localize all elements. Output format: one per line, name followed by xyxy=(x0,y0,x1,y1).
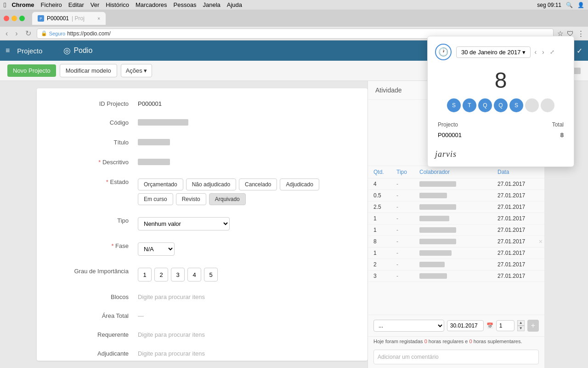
row-data: 27.01.2017 xyxy=(498,238,539,245)
label-fase: Fase xyxy=(55,240,129,249)
menu-marcadores[interactable]: Marcadores xyxy=(136,1,167,8)
label-titulo: Título xyxy=(55,136,129,146)
novo-projecto-button[interactable]: Novo Projecto xyxy=(7,64,56,77)
table-row: 3 - 27.01.2017 xyxy=(368,270,544,282)
label-tipo: Tipo xyxy=(55,214,129,224)
popup-number: 8 xyxy=(435,68,566,93)
blocos-placeholder[interactable]: Digite para procurar itens xyxy=(138,293,205,300)
reload-button[interactable]: ↻ xyxy=(23,28,33,39)
back-button[interactable]: ‹ xyxy=(4,29,10,39)
tipo-select[interactable]: Nenhum valor xyxy=(138,217,230,230)
adjudicante-placeholder[interactable]: Digite para procurar itens xyxy=(138,350,205,357)
menu-bar-items: Chrome Ficheiro Editar Ver Histórico Mar… xyxy=(11,1,242,8)
popup-footer: jarvis xyxy=(435,150,566,159)
minimize-button[interactable] xyxy=(11,16,17,21)
row-tipo: - xyxy=(396,181,419,187)
qty-down[interactable]: ▼ xyxy=(517,326,525,331)
comment-input[interactable]: Adicionar um comentário xyxy=(373,350,539,364)
table-row: 1 - 27.01.2017 xyxy=(368,213,544,224)
row-data: 27.01.2017 xyxy=(498,250,539,256)
supplementary-hours-count: 0 xyxy=(469,339,472,344)
grau-5[interactable]: 5 xyxy=(204,268,218,282)
grau-3[interactable]: 3 xyxy=(171,268,185,282)
day-btn-empty2[interactable] xyxy=(541,98,554,112)
day-btn-s1[interactable]: S xyxy=(447,98,461,112)
entry-date-input[interactable] xyxy=(447,320,484,331)
popup-projecto-cell: P000001 xyxy=(435,130,518,140)
estado-arquivado[interactable]: Arquivado xyxy=(209,193,246,205)
podio-name: Podio xyxy=(74,46,92,55)
label-area-total: Área Total xyxy=(55,310,129,319)
label-grau: Grau de Importância xyxy=(55,265,129,275)
row-tipo: - xyxy=(396,261,419,268)
row-colaborador xyxy=(419,227,456,233)
qty-up[interactable]: ▲ xyxy=(517,320,525,326)
entry-type-select[interactable]: ... xyxy=(373,320,444,332)
label-codigo: Código xyxy=(55,116,129,126)
popup-prev-button[interactable]: ‹ xyxy=(532,47,538,57)
tab-close-button[interactable]: × xyxy=(97,16,100,21)
popup-expand-button[interactable]: ⤢ xyxy=(548,48,556,56)
row-qty: 2.5 xyxy=(373,204,396,210)
day-btn-t[interactable]: T xyxy=(463,98,476,112)
estado-cancelado[interactable]: Cancelado xyxy=(239,178,277,190)
field-requerente: Requerente Digite para procurar itens xyxy=(55,328,349,338)
tab-title: P000001 xyxy=(47,15,69,22)
lock-icon: 🔒 xyxy=(41,30,47,36)
row-qty: 2 xyxy=(373,261,396,268)
extensions-icon[interactable]: ⋮ xyxy=(577,29,584,38)
menu-editar[interactable]: Editar xyxy=(68,1,84,8)
menu-janela[interactable]: Janela xyxy=(203,1,220,8)
fullscreen-button[interactable] xyxy=(19,16,25,21)
acoes-button[interactable]: Ações ▾ xyxy=(121,64,153,77)
day-btn-s2[interactable]: S xyxy=(509,98,523,112)
forward-button[interactable]: › xyxy=(13,29,19,39)
day-btn-empty1[interactable] xyxy=(525,98,539,112)
value-titulo xyxy=(138,136,349,147)
estado-orcamentado[interactable]: Orçamentado xyxy=(138,178,183,190)
field-blocos: Blocos Digite para procurar itens xyxy=(55,291,349,300)
row-qty: 4 xyxy=(373,181,396,187)
day-btn-q1[interactable]: Q xyxy=(478,98,492,112)
day-btn-q2[interactable]: Q xyxy=(494,98,508,112)
delete-row-button[interactable]: × xyxy=(539,238,543,245)
table-row: 2 - 27.01.2017 xyxy=(368,259,544,270)
search-icon[interactable]: 🔍 xyxy=(566,2,573,8)
popup-next-button[interactable]: › xyxy=(540,47,546,57)
grau-4[interactable]: 4 xyxy=(187,268,201,282)
popup-table: Projecto Total P000001 8 xyxy=(435,120,566,140)
qty-stepper[interactable]: ▲ ▼ xyxy=(517,320,525,331)
row-data: 27.01.2017 xyxy=(498,192,539,199)
menu-ficheiro[interactable]: Ficheiro xyxy=(41,1,62,8)
row-colaborador xyxy=(419,193,447,198)
value-id-projecto: P000001 xyxy=(138,98,349,107)
estado-adjudicado[interactable]: Adjudicado xyxy=(280,178,319,190)
calendar-icon[interactable]: 📅 xyxy=(486,322,493,329)
hamburger-menu[interactable]: ≡ xyxy=(6,46,10,55)
table-row: 0.5 - 27.01.2017 xyxy=(368,190,544,201)
estado-em-curso[interactable]: Em curso xyxy=(138,193,173,205)
requerente-placeholder[interactable]: Digite para procurar itens xyxy=(138,331,205,338)
row-qty: 8 xyxy=(373,238,396,245)
label-requerente: Requerente xyxy=(55,328,129,338)
fase-select[interactable]: N/A xyxy=(138,242,175,256)
tasks-header-icon[interactable]: ✓ xyxy=(577,46,582,55)
menu-ver[interactable]: Ver xyxy=(90,1,100,8)
value-blocos: Digite para procurar itens xyxy=(138,291,349,300)
row-data: 27.01.2017 xyxy=(498,227,539,233)
label-adjudicante: Adjudicante xyxy=(55,347,129,357)
browser-tab-active[interactable]: P P000001 | Proj × xyxy=(32,12,106,25)
close-button[interactable] xyxy=(4,16,9,21)
menu-chrome[interactable]: Chrome xyxy=(11,1,34,8)
grau-1[interactable]: 1 xyxy=(138,268,152,282)
menu-historico[interactable]: Histórico xyxy=(106,1,129,8)
estado-nao-adjudicado[interactable]: Não adjudicado xyxy=(186,178,236,190)
menu-ajuda[interactable]: Ajuda xyxy=(227,1,242,8)
add-entry-button[interactable]: + xyxy=(527,320,539,332)
estado-revisto[interactable]: Revisto xyxy=(176,193,206,205)
popup-date-button[interactable]: 30 de Janeiro de 2017 ▾ xyxy=(456,46,531,58)
entry-qty-input[interactable] xyxy=(496,320,514,331)
menu-pessoas[interactable]: Pessoas xyxy=(174,1,197,8)
grau-2[interactable]: 2 xyxy=(154,268,168,282)
modificar-modelo-button[interactable]: Modificar modelo xyxy=(60,64,117,77)
